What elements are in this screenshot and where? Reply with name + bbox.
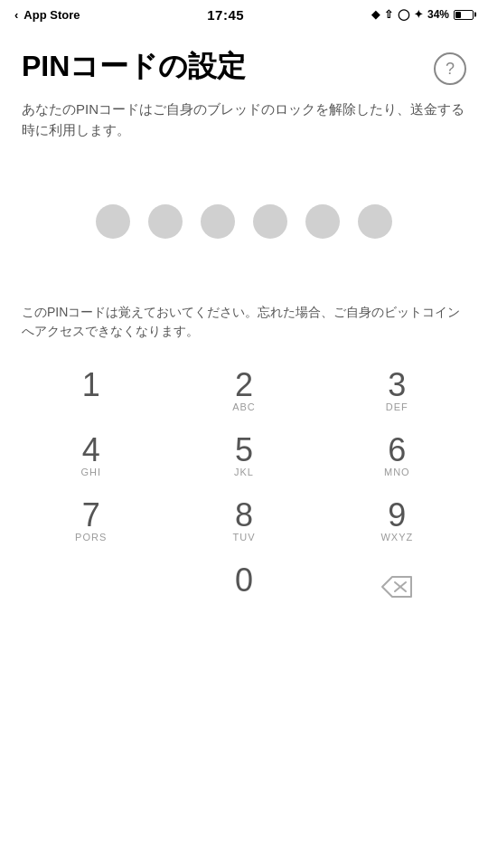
keypad-row-1: 1 2 ABC 3 DEF (14, 359, 474, 424)
pin-dot-6 (358, 204, 392, 239)
keypad-row-3: 7 PORS 8 TUV 9 WXYZ (14, 489, 474, 554)
status-left: ‹ App Store (14, 8, 80, 22)
status-bar: ‹ App Store 17:45 ◆ ⇧ ◯ ✦ 34% (0, 0, 488, 27)
key-5-letters: JKL (234, 467, 254, 479)
pin-dot-5 (305, 204, 340, 239)
key-4-number: 4 (82, 434, 100, 467)
alarm-icon: ◯ (398, 8, 409, 21)
key-4[interactable]: 4 GHI (28, 424, 155, 489)
page-title: PINコードの設定 (22, 49, 246, 83)
page-description: あなたのPINコードはご自身のブレッドのロックを解除したり、送金する時に利用しま… (22, 99, 466, 140)
pin-dots-area (0, 140, 488, 303)
key-2-number: 2 (235, 369, 253, 401)
key-1-number: 1 (82, 369, 100, 401)
key-6-letters: MNO (384, 467, 410, 479)
warning-text: このPINコードは覚えておいてください。忘れた場合、ご自身のビットコインへアクセ… (0, 303, 488, 341)
key-7[interactable]: 7 PORS (28, 489, 155, 554)
key-empty-placeholder (28, 554, 155, 619)
location-icon: ◆ (371, 8, 380, 21)
keypad-row-2: 4 GHI 5 JKL 6 MNO (14, 424, 474, 489)
status-time: 17:45 (207, 7, 244, 23)
key-2[interactable]: 2 ABC (181, 359, 307, 424)
app-store-label: App Store (23, 8, 80, 22)
header-row: PINコードの設定 ? (22, 49, 466, 85)
key-8[interactable]: 8 TUV (181, 489, 307, 554)
main-content: PINコードの設定 ? あなたのPINコードはご自身のブレッドのロックを解除した… (0, 27, 488, 140)
key-3-number: 3 (388, 369, 406, 401)
status-right: ◆ ⇧ ◯ ✦ 34% (371, 8, 474, 21)
key-9-letters: WXYZ (380, 532, 413, 544)
key-6[interactable]: 6 MNO (333, 424, 460, 489)
key-1[interactable]: 1 (28, 359, 155, 424)
key-8-letters: TUV (232, 532, 255, 544)
key-6-number: 6 (388, 434, 406, 467)
key-4-letters: GHI (80, 467, 101, 479)
battery-label: 34% (427, 8, 449, 21)
key-7-letters: PORS (75, 532, 107, 544)
bluetooth-icon: ✦ (414, 8, 423, 21)
help-button[interactable]: ? (434, 52, 466, 85)
delete-button[interactable] (333, 554, 460, 619)
pin-dots (96, 204, 392, 239)
keypad: 1 2 ABC 3 DEF 4 GHI 5 JKL 6 MNO 7 PORS (0, 359, 488, 619)
battery-icon (454, 10, 474, 20)
key-2-letters: ABC (232, 401, 256, 414)
backspace-icon (380, 575, 413, 599)
key-3-letters: DEF (386, 401, 408, 414)
help-icon: ? (446, 60, 455, 79)
pin-dot-2 (148, 204, 183, 239)
navigation-icon: ⇧ (384, 8, 393, 21)
key-8-number: 8 (235, 499, 253, 532)
pin-dot-4 (253, 204, 287, 239)
key-3[interactable]: 3 DEF (333, 359, 460, 424)
keypad-row-4: 0 (14, 554, 474, 619)
key-9-number: 9 (388, 499, 406, 532)
key-5[interactable]: 5 JKL (181, 424, 307, 489)
key-0-number: 0 (235, 564, 253, 597)
pin-dot-1 (96, 204, 130, 239)
key-9[interactable]: 9 WXYZ (333, 489, 460, 554)
back-arrow-icon: ‹ (14, 8, 18, 22)
key-5-number: 5 (235, 434, 253, 467)
key-0[interactable]: 0 (181, 554, 307, 619)
pin-dot-3 (201, 204, 235, 239)
key-7-number: 7 (82, 499, 100, 532)
